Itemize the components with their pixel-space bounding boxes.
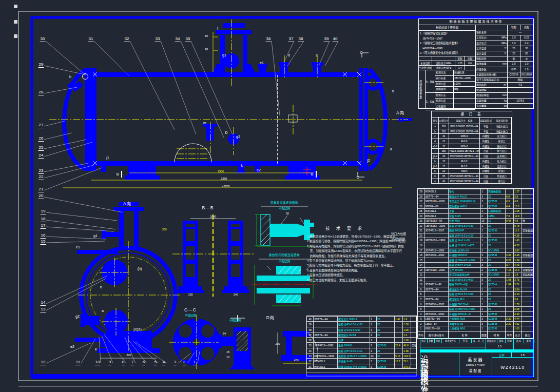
nozzle-letter-label: e2 [70, 345, 74, 348]
rev-cell: 标记 [420, 339, 428, 343]
rev-cell: 共 张 [514, 339, 524, 343]
weld-marks [93, 72, 361, 165]
nozzle-letter-label: a [102, 309, 104, 312]
rev-cell: 更改文件号 [442, 339, 459, 343]
dimension-lines [63, 32, 392, 188]
requirement-line: 7.设备水压试验按图样规定。 [307, 273, 412, 278]
part-balloon: 31 [88, 37, 94, 42]
part-balloon: 18 [41, 217, 46, 222]
bom-row: 23GB/T8163—99拉杆 M1010 100.484.8焊 [418, 218, 533, 223]
bom-row: 3GB5782—86六角螺栓 M163 Q235-B2.324.44 [418, 316, 533, 321]
nozzle-row: g1-225PN2.5 DN25 JB/T82.1—94 凹面安全阀口 [432, 154, 512, 159]
rev-cell: 第 张 [524, 339, 534, 343]
dimension-text: 2336 [221, 178, 227, 181]
spec-row: 保温材料 [476, 88, 533, 93]
bom-row: 1GB6170—86六角螺母 M161 Q235-B1.00 [418, 326, 533, 331]
nozzle-letter-label: A向 [396, 111, 404, 115]
spec-row: 工作温度℃ 20 30 [476, 46, 533, 51]
nozzle-row: b200PN0.6 DN200 JB/T81—94 平面冷媒水进口 [432, 129, 512, 134]
spec-row: 物料特性 氨 水 [476, 56, 533, 62]
signature-row: 设 计 [420, 352, 459, 357]
bom-row: 29WZ421L1垫片1 石棉橡胶板1.27 [418, 189, 533, 194]
weld-cd-row: 检测方法 [435, 93, 475, 99]
bom-row: 5接管 ∅159×4.5 L=1601 202.08 [418, 306, 533, 311]
tech-spec-title: 制造检验主要依据及技术特性 [419, 19, 533, 25]
spec-row: 焊缝系数 0.85 1.0 [476, 67, 533, 72]
detail-tubesheet-shell [255, 206, 314, 246]
nozzle-letter-label: g1 [93, 234, 98, 238]
bom-row: 19GB/T8163—1999接管 ∅14×2 L=301 Q235-B1.43 [418, 238, 533, 243]
weld-ab-row: 检测长度≥20% [435, 82, 475, 87]
dimension-text: 50 [205, 35, 208, 38]
bom-row: 15接管 ∅108×4.5 L=2402 200.271.34 [418, 258, 533, 263]
product-spec: DN600 F=4.5m² [459, 363, 492, 366]
test-row: 气密性试验试验压力 MPa1.4 [419, 66, 475, 70]
bom-row: 35JB/T4715—1992支座 DN6002 Q235-B23.446.8带… [307, 342, 416, 347]
nozzle-row: n40PN2.5 DN40 JB/T82.1—94 凹面排污口 [432, 179, 512, 184]
spec-row: 管子与管板连接方式 焊接 [476, 77, 533, 83]
dimension-text: 54 [223, 332, 226, 336]
scale-value: 1:5 [486, 343, 514, 349]
weld-cd-row: 检测长度 [435, 99, 475, 104]
spec-row: 设计温度℃ 20 80 [476, 51, 533, 56]
bom-row: 8接管 ∅25×2.5 L=4501 204.14 [418, 291, 533, 297]
nozzle-row: h15Rc1/2 内螺纹压力表口 [432, 159, 512, 164]
nozzle-letter-label: D [225, 131, 227, 134]
signature-row: 制 图 [420, 357, 459, 362]
tech-spec-table: 制造检验主要依据及技术特性 制造检验主要依据 1.《钢制焊接常压容器》 JB/T… [418, 18, 534, 109]
b-b-section [172, 214, 254, 297]
part-balloon: 1 [193, 360, 196, 365]
dimension-text: 320 [126, 354, 131, 357]
nozzle-letter-label: m [203, 121, 206, 125]
part-balloon: 30 [40, 37, 46, 42]
part-balloon: 33 [155, 37, 161, 42]
part-balloon: 14 [41, 301, 46, 306]
nozzle-header-row: 符号公称尺寸 连接尺寸、标准连接面形式 用途或名称 [432, 117, 512, 124]
bracket-section [219, 315, 255, 369]
standard-line: 3.《压力容器安全技术监察规程》 [420, 51, 474, 56]
col-tube-side: 管程 [455, 56, 465, 61]
nozzle-letter-label: k [95, 347, 97, 351]
nozzle-row: m65PN2.5 DN65 JB/T82.1—94 凹面氨液进口 [432, 174, 512, 179]
part-balloon: 32 [124, 37, 130, 42]
nozzle-letter-label: k [241, 164, 243, 167]
part-balloon: 2 [183, 360, 186, 365]
spec-row: 保温层厚度mm [476, 93, 533, 98]
product-cell: 蒸发器 DN600 F=4.5m² 装配图 [459, 352, 492, 377]
bom-row: 31WZ421L1筒体 DN600 δ=8 L=19001 Q235-B270.… [307, 364, 416, 369]
part-balloon: 27 [38, 123, 44, 128]
weld-ab-row: 合格级别Ⅲ级 [435, 87, 475, 92]
nozzle-letter-label: a [390, 147, 392, 151]
bom-row: 32WZ421L1折流板 δ=103 Q235-B18.756.1 [307, 358, 416, 363]
centerlines [49, 19, 408, 159]
nozzle-table-title: 接 口 表 [432, 111, 512, 117]
nozzle-letter-label: b [392, 89, 394, 93]
weld-inspection-block: 焊缝检测要求 A、B类 检测方法射线检测 执行标准JB4730—2005 检测长… [419, 70, 475, 109]
empty-strip [306, 368, 417, 376]
requirement-line: 3.焊接采用电弧焊，焊条牌号分别符合GB/T5117—1995《碳钢焊条》的规 [307, 244, 412, 249]
side-note: 管口方位图见A向视图。 [391, 232, 408, 242]
bom-row: 33GB/T8163—1999换热管 ∅38×3.5 L=190024 205.… [307, 353, 416, 358]
weld-cd-row: 合格级别 [435, 104, 475, 110]
revision-empty-rows: 1:5 [420, 343, 533, 350]
part-balloon: 11 [75, 360, 81, 365]
bom-row: 27GB/T9119—2000平焊法兰 DN40(PN1.0)3 Q235-B4… [418, 199, 533, 204]
nozzle-row: j1-315Rc1/2 内螺纹温度计口 [432, 164, 512, 169]
part-balloon: 17 [41, 224, 46, 229]
part-balloon: 25 [38, 146, 44, 151]
nozzle-row: d15Rc1/2 内螺纹放空口 [432, 139, 512, 144]
part-balloon: 9 [108, 360, 111, 365]
nozzle-letter-label: e2 [257, 168, 261, 172]
nozzle-letter-label: 换热管与管板连接结构 [269, 254, 300, 257]
part-balloon: 22 [38, 175, 44, 180]
weld-vertical-label: 焊缝检测要求 [419, 70, 426, 109]
part-balloon: 39 [324, 37, 330, 42]
spec-row: 腐蚀裕量mm 1.0 1.0 [476, 62, 533, 67]
a-view [75, 202, 180, 358]
part-balloon: 28 [38, 90, 44, 95]
rev-cell: 处数 [428, 339, 435, 343]
nozzle-row: f150PN2.5 DN150 JB/T82.1—94 凹面氨气出口 [432, 149, 512, 154]
part-balloon: 13 [41, 307, 46, 312]
spec-row: 工作压力MPa 1.0 0.25 [476, 35, 533, 41]
side-note-line: 见A向视图。 [391, 237, 408, 242]
